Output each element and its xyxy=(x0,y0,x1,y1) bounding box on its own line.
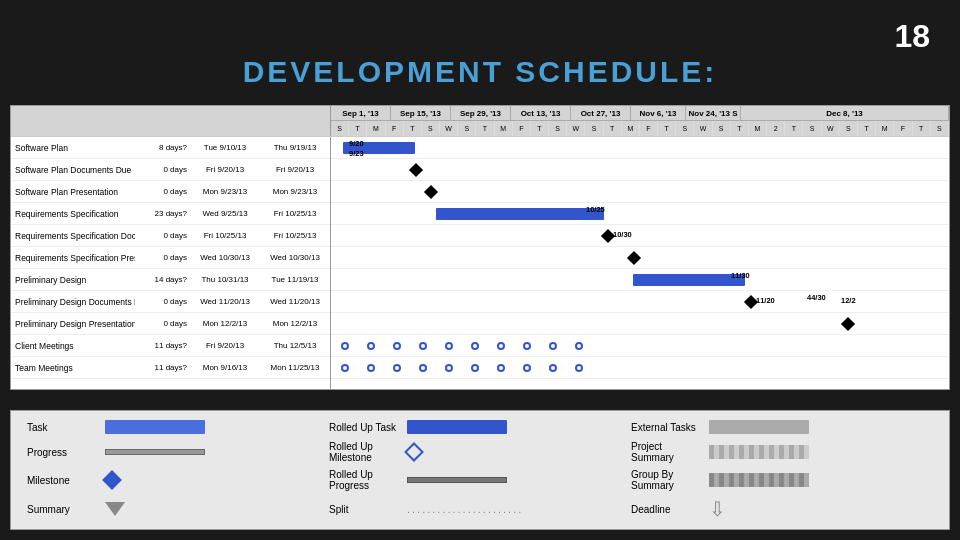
date-label-1120: 11/20 xyxy=(756,296,775,305)
task-name: Software Plan Presentation xyxy=(11,187,135,197)
task-name: Preliminary Design xyxy=(11,275,135,285)
task-duration: 0 days xyxy=(135,187,190,196)
legend-label-deadline: Deadline xyxy=(631,504,701,515)
dot xyxy=(419,342,427,350)
task-start: Thu 10/31/13 xyxy=(190,275,260,284)
day-9: T xyxy=(476,121,494,136)
legend-row-4: Summary Split ....................... De… xyxy=(27,497,933,521)
legend-deadline-icon: ⇩ xyxy=(709,497,726,521)
task-duration: 0 days xyxy=(135,253,190,262)
day-34: S xyxy=(931,121,949,136)
table-row: Team Meetings 11 days? Mon 9/16/13 Mon 1… xyxy=(11,357,330,379)
legend-split-dots: ....................... xyxy=(407,503,523,515)
day-31: M xyxy=(876,121,894,136)
gantt-timeline-header: Sep 1, '13 Sep 15, '13 Sep 29, '13 Oct 1… xyxy=(331,106,949,136)
day-27: S xyxy=(803,121,821,136)
task-duration: 23 days? xyxy=(135,209,190,218)
dot xyxy=(341,342,349,350)
gantt-row-2 xyxy=(331,159,949,181)
day-11: F xyxy=(513,121,531,136)
month-oct27: Oct 27, '13 xyxy=(571,106,631,120)
legend-item-rolled-up-progress: Rolled Up Progress xyxy=(329,469,631,491)
task-start: Fri 9/20/13 xyxy=(190,165,260,174)
legend-label-rolled-up-task: Rolled Up Task xyxy=(329,422,399,433)
gantt-row-3 xyxy=(331,181,949,203)
dot xyxy=(575,342,583,350)
day-12: T xyxy=(531,121,549,136)
gantt-row-5: 10/30 xyxy=(331,225,949,247)
legend-item-group-summary: Group By Summary xyxy=(631,469,933,491)
day-33: T xyxy=(913,121,931,136)
task-end: Mon 11/25/13 xyxy=(260,363,330,372)
legend-item-external: External Tasks xyxy=(631,420,933,434)
task-name: Client Meetings xyxy=(11,341,135,351)
legend-label-split: Split xyxy=(329,504,399,515)
gantt-chart-area: 9/20 9/23 10/25 10/30 xyxy=(331,137,949,389)
day-4: F xyxy=(386,121,404,136)
task-name: Team Meetings xyxy=(11,363,135,373)
dot xyxy=(497,364,505,372)
month-nov6: Nov 6, '13 xyxy=(631,106,686,120)
dot xyxy=(341,364,349,372)
legend-bar-progress xyxy=(105,449,205,455)
legend-item-task: Task xyxy=(27,420,329,434)
task-end: Fri 9/20/13 xyxy=(260,165,330,174)
task-name: Software Plan xyxy=(11,143,135,153)
date-label-122: 12/2 xyxy=(841,296,856,305)
task-name: Requirements Specification Presentation xyxy=(11,253,135,263)
day-13: S xyxy=(549,121,567,136)
month-dec8: Dec 8, '13 xyxy=(741,106,949,120)
legend-label-external: External Tasks xyxy=(631,422,701,433)
legend-row-3: Milestone Rolled Up Progress Group By Su… xyxy=(27,469,933,491)
table-row: Software Plan 8 days? Tue 9/10/13 Thu 9/… xyxy=(11,137,330,159)
day-5: T xyxy=(404,121,422,136)
dot xyxy=(575,364,583,372)
gantt-row-11 xyxy=(331,357,949,379)
gantt-row-1: 9/20 9/23 xyxy=(331,137,949,159)
day-18: F xyxy=(640,121,658,136)
task-start: Tue 9/10/13 xyxy=(190,143,260,152)
legend-item-milestone: Milestone xyxy=(27,473,329,487)
date-label-1025: 10/25 xyxy=(586,205,605,214)
slide-number: 18 xyxy=(894,18,930,55)
dot xyxy=(523,364,531,372)
legend-bar-rolled-up xyxy=(407,420,507,434)
task-name: Preliminary Design Presentation xyxy=(11,319,135,329)
legend-item-rolled-up-milestone: Rolled Up Milestone xyxy=(329,441,631,463)
legend-item-rolled-up-task: Rolled Up Task xyxy=(329,420,631,434)
month-nov24: Nov 24, '13 S xyxy=(686,106,741,120)
dot xyxy=(393,364,401,372)
table-row: Requirements Specification Documents 0 d… xyxy=(11,225,330,247)
month-sep1: Sep 1, '13 xyxy=(331,106,391,120)
day-15: S xyxy=(585,121,603,136)
dot xyxy=(445,364,453,372)
gantt-row-8: 11/20 44/30 12/2 xyxy=(331,291,949,313)
legend-bar-task xyxy=(105,420,205,434)
task-name: Requirements Specification Documents xyxy=(11,231,135,241)
dot xyxy=(367,364,375,372)
slide-title: DEVELOPMENT SCHEDULE: xyxy=(243,55,718,89)
table-row: Client Meetings 11 days? Fri 9/20/13 Thu… xyxy=(11,335,330,357)
gantt-bar-prelim xyxy=(633,274,745,286)
dot xyxy=(367,342,375,350)
day-16: T xyxy=(604,121,622,136)
task-duration: 0 days xyxy=(135,231,190,240)
day-22: S xyxy=(713,121,731,136)
day-20: S xyxy=(676,121,694,136)
task-end: Wed 11/20/13 xyxy=(260,297,330,306)
task-duration: 0 days xyxy=(135,297,190,306)
dot xyxy=(445,342,453,350)
table-row: Software Plan Presentation 0 days Mon 9/… xyxy=(11,181,330,203)
day-19: T xyxy=(658,121,676,136)
gantt-row-9 xyxy=(331,313,949,335)
legend-diamond-filled xyxy=(102,470,122,490)
table-row: Requirements Specification Presentation … xyxy=(11,247,330,269)
date-label-1130: 11/30 xyxy=(731,271,750,280)
day-1: S xyxy=(331,121,349,136)
dot xyxy=(549,342,557,350)
legend-item-progress: Progress xyxy=(27,447,329,458)
gantt-bar-req-spec xyxy=(436,208,604,220)
gantt-diamond-6 xyxy=(627,251,641,265)
day-14: W xyxy=(567,121,585,136)
day-17: M xyxy=(622,121,640,136)
